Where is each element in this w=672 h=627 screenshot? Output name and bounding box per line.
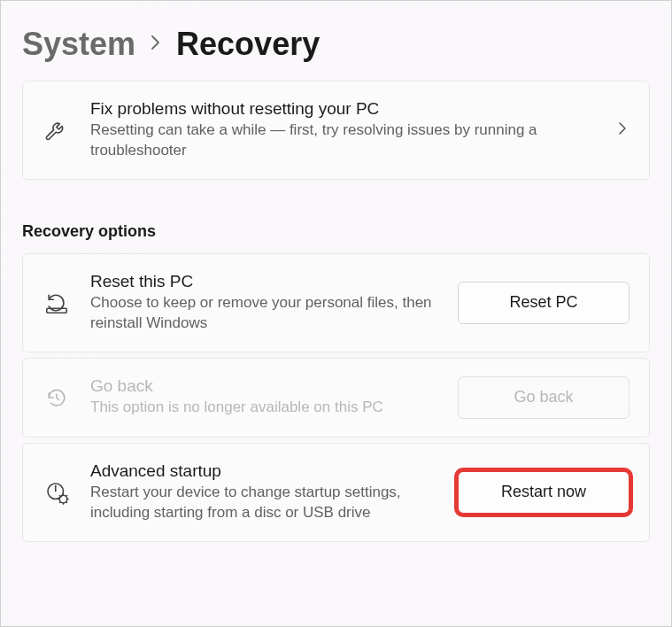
card-desc: Restart your device to change startup se… <box>90 483 438 523</box>
card-title: Advanced startup <box>90 461 438 481</box>
card-desc: Resetting can take a while — first, try … <box>90 120 596 161</box>
card-desc: This option is no longer available on th… <box>90 398 438 418</box>
chevron-right-icon <box>615 121 630 139</box>
section-heading: Recovery options <box>22 222 650 241</box>
reset-icon <box>42 289 71 317</box>
go-back-button: Go back <box>458 376 630 419</box>
card-desc: Choose to keep or remove your personal f… <box>90 293 438 334</box>
reset-pc-card: Reset this PC Choose to keep or remove y… <box>22 253 650 352</box>
restart-now-button[interactable]: Restart now <box>458 471 630 514</box>
breadcrumb-parent[interactable]: System <box>22 26 135 63</box>
chevron-right-icon <box>150 32 162 57</box>
content-area: Fix problems without resetting your PC R… <box>1 81 671 569</box>
card-body: Advanced startup Restart your device to … <box>90 461 438 523</box>
reset-pc-button[interactable]: Reset PC <box>458 282 630 324</box>
card-body: Go back This option is no longer availab… <box>90 376 438 418</box>
troubleshoot-card[interactable]: Fix problems without resetting your PC R… <box>22 81 650 180</box>
card-body: Reset this PC Choose to keep or remove y… <box>90 272 438 334</box>
advanced-startup-card: Advanced startup Restart your device to … <box>22 443 650 542</box>
breadcrumb: System Recovery <box>1 1 671 81</box>
card-title: Fix problems without resetting your PC <box>90 99 596 119</box>
go-back-card: Go back This option is no longer availab… <box>22 358 650 437</box>
history-icon <box>42 383 71 412</box>
wrench-icon <box>42 116 71 144</box>
page-title: Recovery <box>176 26 320 63</box>
power-gear-icon <box>42 478 71 507</box>
card-title: Go back <box>90 376 438 396</box>
card-body: Fix problems without resetting your PC R… <box>90 99 596 161</box>
card-title: Reset this PC <box>90 272 438 291</box>
